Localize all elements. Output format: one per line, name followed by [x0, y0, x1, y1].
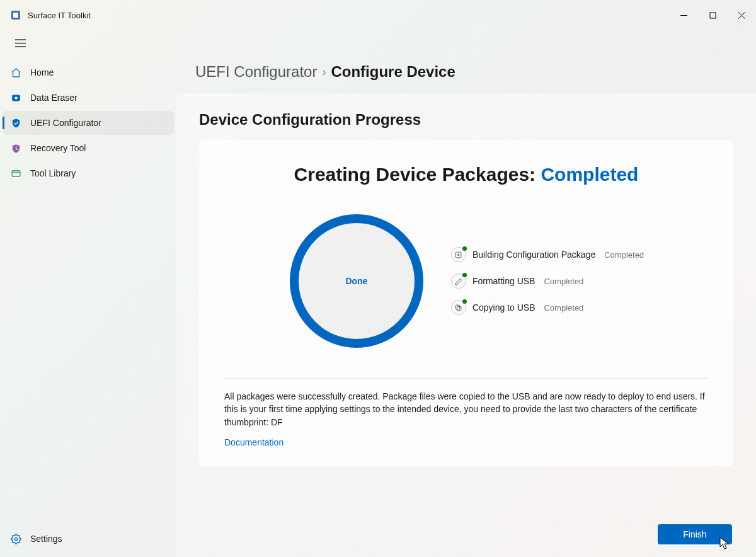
sidebar-item-label: Settings — [30, 534, 62, 544]
step-status: Completed — [544, 277, 583, 286]
breadcrumb-parent[interactable]: UEFI Configurator — [195, 63, 317, 81]
sidebar-item-label: UEFI Configurator — [30, 118, 101, 128]
maximize-button[interactable] — [698, 5, 727, 25]
eraser-icon — [10, 92, 21, 103]
heading-prefix: Creating Device Packages: — [294, 164, 536, 185]
chevron-right-icon: › — [322, 66, 326, 79]
sidebar-item-uefi-configurator[interactable]: UEFI Configurator — [3, 111, 174, 135]
result-description: All packages were successfully created. … — [224, 390, 708, 428]
svg-point-13 — [14, 537, 17, 540]
content-card: Device Configuration Progress Creating D… — [176, 93, 756, 557]
step-item: Building Configuration Package Completed — [451, 247, 644, 262]
breadcrumb-current: Configure Device — [331, 63, 455, 81]
home-icon — [10, 67, 21, 78]
svg-point-10 — [14, 96, 17, 99]
step-status: Completed — [544, 303, 583, 313]
svg-rect-1 — [13, 13, 18, 18]
step-status: Completed — [604, 250, 644, 260]
section-title: Device Configuration Progress — [199, 111, 733, 129]
progress-card: Creating Device Packages: Completed Done — [199, 140, 733, 466]
shield-icon — [10, 117, 21, 129]
gear-icon — [10, 533, 21, 544]
svg-rect-3 — [710, 13, 716, 18]
sidebar-item-label: Data Eraser — [30, 93, 77, 103]
breadcrumb: UEFI Configurator › Configure Device — [195, 63, 756, 81]
title-bar: Surface IT Toolkit — [0, 0, 756, 30]
sidebar-item-recovery-tool[interactable]: Recovery Tool — [3, 136, 174, 160]
svg-point-17 — [458, 254, 459, 255]
step-list: Building Configuration Package Completed… — [451, 247, 644, 315]
sidebar-item-label: Recovery Tool — [30, 143, 86, 153]
app-title: Surface IT Toolkit — [28, 11, 91, 20]
step-label: Formatting USB — [472, 276, 536, 286]
progress-ring: Done — [289, 213, 425, 349]
step-label: Copying to USB — [472, 302, 536, 313]
svg-rect-11 — [12, 170, 20, 176]
step-item: Copying to USB Completed — [451, 300, 644, 315]
package-icon — [451, 247, 466, 262]
divider — [224, 378, 708, 379]
recovery-icon — [10, 142, 21, 154]
step-item: Formatting USB Completed — [451, 273, 644, 289]
package-heading: Creating Device Packages: Completed — [224, 164, 708, 185]
minimize-button[interactable] — [669, 5, 698, 25]
sidebar-item-label: Tool Library — [30, 168, 76, 178]
sidebar-item-tool-library[interactable]: Tool Library — [3, 161, 174, 185]
documentation-link[interactable]: Documentation — [224, 437, 708, 447]
sidebar-item-home[interactable]: Home — [3, 60, 174, 84]
sidebar-item-settings[interactable]: Settings — [3, 527, 174, 551]
copy-icon — [451, 300, 466, 315]
finish-button[interactable]: Finish — [658, 524, 732, 544]
app-icon — [10, 9, 21, 21]
main-content: UEFI Configurator › Configure Device Dev… — [176, 55, 756, 557]
hamburger-menu-button[interactable] — [8, 32, 33, 54]
format-icon — [451, 273, 466, 289]
svg-rect-18 — [457, 306, 462, 311]
heading-status: Completed — [541, 164, 638, 185]
window-controls — [669, 5, 756, 25]
close-button[interactable] — [727, 5, 756, 25]
sidebar: Home Data Eraser UEFI — [0, 55, 176, 557]
step-label: Building Configuration Package — [472, 250, 595, 260]
ring-label: Done — [289, 213, 425, 349]
sidebar-item-label: Home — [30, 67, 54, 78]
svg-rect-19 — [456, 305, 461, 309]
sidebar-item-data-eraser[interactable]: Data Eraser — [3, 86, 174, 110]
library-icon — [10, 168, 21, 179]
